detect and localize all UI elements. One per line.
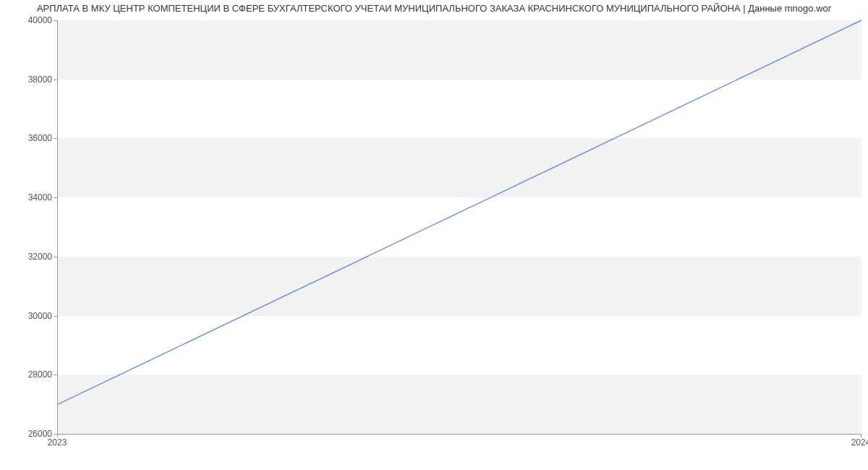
y-tick-mark [54,197,57,198]
y-tick-mark [54,20,57,21]
y-tick-label: 32000 [9,252,52,262]
y-tick-label: 38000 [9,74,52,85]
svg-line-0 [58,20,861,404]
y-tick-mark [54,138,57,139]
y-tick-label: 34000 [9,192,52,202]
y-tick-label: 26000 [9,429,52,439]
chart-title: АРПЛАТА В МКУ ЦЕНТР КОМПЕТЕНЦИИ В СФЕРЕ … [0,3,868,14]
y-tick-label: 28000 [9,369,52,380]
plot-area [57,20,861,435]
y-tick-mark [54,257,57,257]
chart-container: АРПЛАТА В МКУ ЦЕНТР КОМПЕТЕНЦИИ В СФЕРЕ … [0,0,868,470]
y-tick-mark [54,316,57,317]
y-tick-mark [54,375,57,375]
x-tick-label: 2024 [851,437,868,448]
y-tick-mark [54,80,57,80]
data-line [58,20,861,434]
y-tick-label: 40000 [9,15,52,25]
y-tick-label: 36000 [9,133,52,143]
y-tick-label: 30000 [9,311,52,321]
x-tick-label: 2023 [48,437,67,448]
